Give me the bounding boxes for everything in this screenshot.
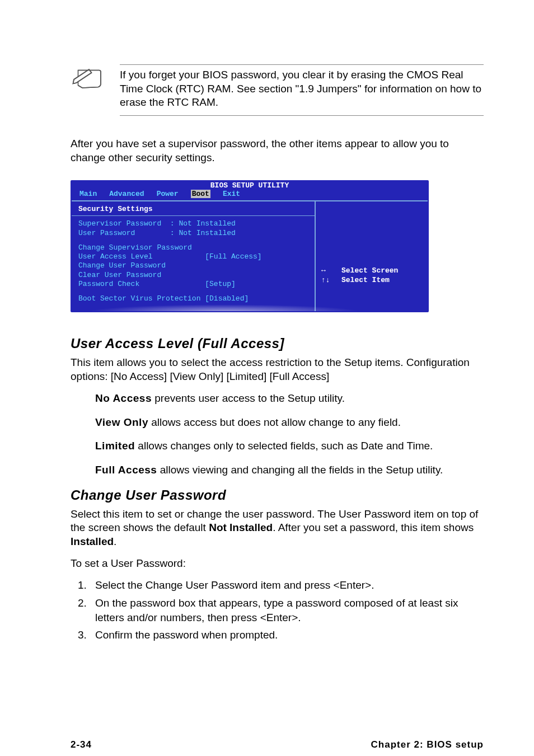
note-text: If you forget your BIOS password, you cl… xyxy=(120,64,484,116)
heading-change-user-password: Change User Password xyxy=(71,487,484,503)
row-clear-user[interactable]: Clear User Password xyxy=(78,271,308,280)
page-number: 2-34 xyxy=(71,739,92,750)
opt-view-only: View Only allows access but does not all… xyxy=(95,416,484,430)
row-change-supervisor[interactable]: Change Supervisor Password xyxy=(78,243,308,252)
row-user-access[interactable]: User Access Level [Full Access] xyxy=(78,252,308,261)
opt-limited: Limited allows changes only to selected … xyxy=(95,439,484,453)
help-select-screen: ↔ Select Screen xyxy=(321,266,422,275)
steps-list: Select the Change User Password item and… xyxy=(90,578,484,642)
bios-screenshot: BIOS SETUP UTILITY Main Advanced Power B… xyxy=(71,180,429,312)
note-box: If you forget your BIOS password, you cl… xyxy=(71,64,484,116)
page-footer: 2-34 Chapter 2: BIOS setup xyxy=(50,734,484,756)
row-password-check[interactable]: Password Check [Setup] xyxy=(78,280,308,289)
cup-paragraph-1: Select this item to set or change the us… xyxy=(71,508,484,549)
bios-title: BIOS SETUP UTILITY xyxy=(72,181,428,190)
row-boot-virus[interactable]: Boot Sector Virus Protection [Disabled] xyxy=(78,294,308,303)
row-user-password: User Password : Not Installed xyxy=(78,229,308,238)
tab-power[interactable]: Power xyxy=(157,190,179,198)
cup-paragraph-2: To set a User Password: xyxy=(71,557,484,571)
intro-paragraph: After you have set a supervisor password… xyxy=(71,137,484,165)
tab-advanced[interactable]: Advanced xyxy=(109,190,144,198)
arrows-ud-icon: ↑↓ xyxy=(321,276,331,285)
chapter-label: Chapter 2: BIOS setup xyxy=(371,739,484,750)
row-change-user[interactable]: Change User Password xyxy=(78,261,308,270)
heading-user-access-level: User Access Level (Full Access] xyxy=(71,336,484,351)
step-2: On the password box that appears, type a… xyxy=(90,596,484,624)
bios-section-title: Security Settings xyxy=(78,205,308,213)
opt-full-access: Full Access allows viewing and changing … xyxy=(95,463,484,477)
ual-intro: This item allows you to select the acces… xyxy=(71,356,484,383)
pencil-note-icon xyxy=(71,64,104,116)
opt-no-access: No Access prevents user access to the Se… xyxy=(95,392,484,406)
step-1: Select the Change User Password item and… xyxy=(90,578,484,593)
row-supervisor-password: Supervisor Password : Not Installed xyxy=(78,219,308,228)
help-select-item: ↑↓ Select Item xyxy=(321,276,422,285)
step-3: Confirm the password when prompted. xyxy=(90,628,484,642)
tab-main[interactable]: Main xyxy=(79,190,97,198)
tab-boot[interactable]: Boot xyxy=(191,190,210,198)
arrows-lr-icon: ↔ xyxy=(321,266,331,275)
bios-tabs: Main Advanced Power Boot Exit xyxy=(72,190,428,200)
tab-exit[interactable]: Exit xyxy=(223,190,240,198)
